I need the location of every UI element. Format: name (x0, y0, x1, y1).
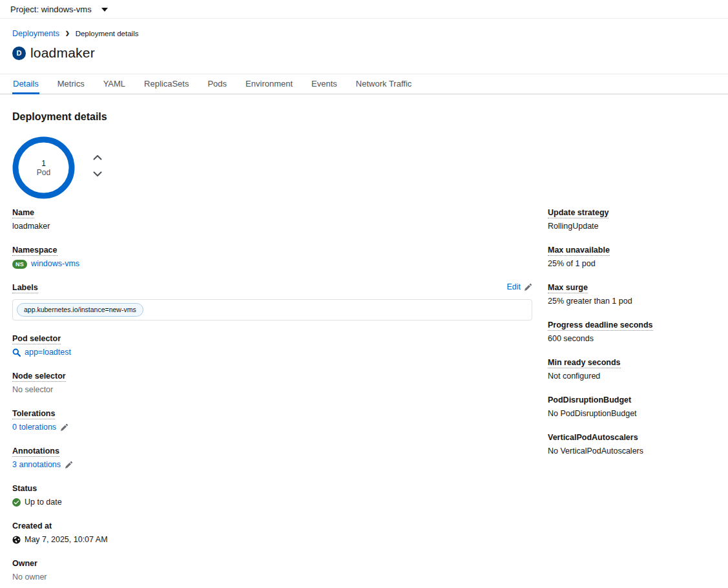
detail-pdb: PodDisruptionBudget No PodDisruptionBudg… (548, 395, 712, 419)
pod-selector-term: Pod selector (12, 334, 61, 344)
detail-tolerations: Tolerations 0 tolerations (12, 408, 532, 433)
tab-pods[interactable]: Pods (207, 74, 227, 94)
labels-list: app.kubernetes.io/instance=new-vms (12, 299, 532, 320)
pencil-icon (60, 423, 68, 432)
detail-min-ready: Min ready seconds Not configured (548, 357, 712, 382)
check-circle-icon (12, 498, 21, 507)
tab-environment[interactable]: Environment (245, 74, 293, 94)
namespace-term: Namespace (12, 246, 57, 256)
namespace-link[interactable]: windows-vms (31, 258, 79, 269)
status-term: Status (12, 483, 532, 494)
detail-max-unavailable: Max unavailable 25% of 1 pod (548, 245, 712, 269)
labels-edit-button[interactable]: Edit (506, 282, 532, 291)
scale-up-button[interactable] (92, 153, 103, 162)
detail-update-strategy: Update strategy RollingUpdate (548, 207, 712, 232)
vpa-term: VerticalPodAutoscalers (548, 432, 712, 443)
pdb-term: PodDisruptionBudget (548, 395, 712, 405)
tab-bar: Details Metrics YAML ReplicaSets Pods En… (0, 74, 728, 94)
pod-count-value: 1 (41, 159, 46, 168)
owner-value: No owner (12, 572, 532, 583)
details-right-column: Update strategy RollingUpdate Max unavai… (548, 207, 712, 588)
chevron-right-icon: ❯ (65, 29, 70, 38)
pod-count-label: Pod (37, 168, 50, 177)
detail-status: Status Up to date (12, 483, 532, 508)
detail-name: Name loadmaker (12, 207, 532, 232)
vpa-value: No VerticalPodAutoscalers (548, 446, 712, 457)
max-surge-term: Max surge (548, 283, 588, 293)
breadcrumb-current: Deployment details (76, 29, 139, 38)
caret-down-icon (101, 8, 108, 12)
breadcrumb-link-deployments[interactable]: Deployments (12, 29, 59, 38)
max-surge-value: 25% greater than 1 pod (548, 296, 712, 307)
detail-node-selector: Node selector No selector (12, 371, 532, 395)
page-title: loadmaker (30, 45, 95, 61)
max-unavailable-term: Max unavailable (548, 246, 610, 256)
details-left-column: Name loadmaker Namespace NS windows-vms … (12, 207, 532, 588)
tab-details[interactable]: Details (12, 74, 39, 94)
name-value: loadmaker (12, 221, 532, 232)
details-panel: Deployment details 1 Pod (0, 94, 728, 588)
update-strategy-term: Update strategy (548, 208, 608, 218)
detail-annotations: Annotations 3 annotations (12, 446, 532, 470)
pdb-value: No PodDisruptionBudget (548, 408, 712, 419)
pod-scale-stepper (92, 153, 103, 199)
tab-replicasets[interactable]: ReplicaSets (143, 74, 189, 94)
annotations-edit-button[interactable]: 3 annotations (12, 459, 61, 470)
breadcrumb: Deployments ❯ Deployment details (12, 29, 716, 38)
chevron-up-icon (93, 154, 102, 160)
progress-deadline-value: 600 seconds (548, 333, 712, 344)
detail-progress-deadline: Progress deadline seconds 600 seconds (548, 320, 712, 344)
labels-term: Labels (12, 283, 38, 293)
project-selector[interactable]: Project: windows-vms (0, 0, 728, 19)
min-ready-term: Min ready seconds (548, 358, 621, 368)
tab-network-traffic[interactable]: Network Traffic (355, 74, 412, 94)
max-unavailable-value: 25% of 1 pod (548, 258, 712, 269)
detail-max-surge: Max surge 25% greater than 1 pod (548, 282, 712, 307)
section-title: Deployment details (12, 110, 712, 123)
scale-down-button[interactable] (92, 170, 103, 178)
globe-icon (12, 536, 21, 544)
tolerations-term: Tolerations (12, 409, 55, 419)
label-chip: app.kubernetes.io/instance=new-vms (17, 303, 143, 317)
detail-vpa: VerticalPodAutoscalers No VerticalPodAut… (548, 432, 712, 457)
name-term: Name (12, 208, 34, 218)
pod-selector-link[interactable]: app=loadtest (25, 347, 71, 358)
namespace-badge: NS (12, 260, 27, 269)
page-header: Deployments ❯ Deployment details D loadm… (0, 19, 728, 74)
tab-yaml[interactable]: YAML (103, 74, 126, 94)
tab-metrics[interactable]: Metrics (57, 74, 85, 94)
deployment-badge: D (12, 47, 26, 60)
update-strategy-value: RollingUpdate (548, 221, 712, 232)
status-value: Up to date (25, 497, 62, 508)
node-selector-value: No selector (12, 384, 532, 395)
search-icon (12, 348, 21, 357)
tab-events[interactable]: Events (311, 74, 338, 94)
detail-namespace: Namespace NS windows-vms (12, 245, 532, 269)
pod-count-donut: 1 Pod (12, 136, 75, 199)
detail-labels: Labels Edit app.kubernetes.io/instance=n… (12, 282, 532, 320)
detail-created-at: Created at May 7, 2025, 10:07 AM (12, 521, 532, 545)
annotations-term: Annotations (12, 446, 59, 457)
project-selector-label: Project: windows-vms (10, 5, 92, 14)
progress-deadline-term: Progress deadline seconds (548, 320, 653, 331)
created-at-term: Created at (12, 521, 532, 531)
node-selector-term: Node selector (12, 372, 66, 382)
pencil-icon (524, 283, 532, 291)
chevron-down-icon (93, 171, 102, 177)
pencil-icon (65, 461, 73, 469)
owner-term: Owner (12, 558, 532, 569)
created-at-value: May 7, 2025, 10:07 AM (25, 534, 108, 545)
detail-pod-selector: Pod selector app=loadtest (12, 333, 532, 358)
detail-owner: Owner No owner (12, 558, 532, 583)
min-ready-value: Not configured (548, 371, 712, 382)
tolerations-edit-button[interactable]: 0 tolerations (12, 422, 56, 433)
